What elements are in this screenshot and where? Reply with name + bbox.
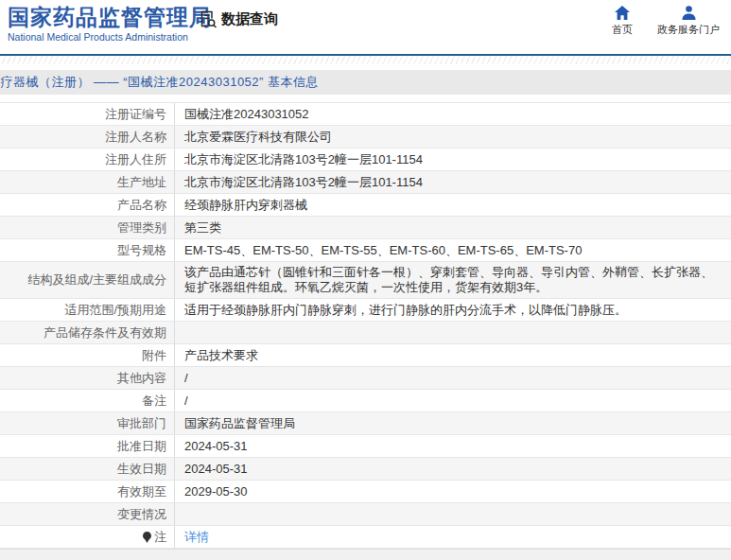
row-label-text: 适用范围/预期用途	[64, 303, 166, 318]
row-value-text: /	[184, 371, 188, 386]
row-value: 北京爱霖医疗科技有限公司	[175, 126, 731, 148]
row-label: 注册人住所	[0, 149, 175, 170]
site-subtitle: National Medical Products Administration	[8, 31, 212, 43]
row-value-text: 2029-05-30	[184, 484, 248, 499]
table-row: 其他内容/	[0, 367, 731, 390]
row-label-text: 型号规格	[117, 243, 166, 258]
row-value: 2024-05-31	[175, 435, 731, 457]
row-label: 结构及组成/主要组成成分	[0, 262, 175, 298]
row-value-text: 2024-05-31	[184, 439, 248, 454]
row-value: 产品技术要求	[175, 344, 731, 366]
table-row: 注详情	[0, 526, 731, 549]
row-value: EM-TS-45、EM-TS-50、EM-TS-55、EM-TS-60、EM-T…	[175, 239, 731, 261]
table-row: 批准日期2024-05-31	[0, 435, 731, 458]
row-label-text: 注	[154, 530, 166, 545]
row-label: 备注	[0, 390, 175, 411]
note-pin-icon	[143, 532, 151, 543]
row-value-text: 国家药品监督管理局	[184, 416, 295, 431]
row-value-text: EM-TS-45、EM-TS-50、EM-TS-55、EM-TS-60、EM-T…	[184, 243, 582, 258]
breadcrumb: 医疗器械（注册） —— “国械注准20243031052” 基本信息	[0, 70, 731, 95]
row-value: 该产品由通芯针（圆锥针和三面针各一根）、穿刺套管、导向器、导引内管、外鞘管、长扩…	[175, 262, 731, 298]
nav-home-label: 首页	[612, 23, 633, 37]
row-label: 审批部门	[0, 412, 175, 434]
table-row: 产品储存条件及有效期	[0, 322, 731, 344]
breadcrumb-text: 医疗器械（注册） —— “国械注准20243031052” 基本信息	[0, 74, 319, 91]
row-label-text: 审批部门	[117, 416, 166, 431]
row-value: 国械注准20243031052	[175, 103, 731, 125]
table-row: 备注/	[0, 390, 731, 412]
row-label-text: 附件	[142, 348, 166, 363]
row-label-text: 批准日期	[117, 439, 166, 454]
hatch-band	[0, 56, 731, 64]
user-icon	[682, 6, 696, 20]
nav-data-query-label: 数据查询	[221, 10, 278, 28]
row-label-text: 生效日期	[117, 462, 166, 477]
row-label-text: 产品名称	[117, 198, 166, 213]
nav-data-query[interactable]: 数据查询	[199, 9, 278, 28]
home-icon	[615, 6, 630, 20]
site-title: 国家药品监督管理局	[8, 5, 212, 30]
row-label: 注册人名称	[0, 126, 175, 148]
row-value: 2029-05-30	[175, 481, 731, 502]
site-header: 国家药品监督管理局 National Medical Products Admi…	[0, 0, 731, 54]
row-value: /	[175, 390, 731, 411]
row-value-text: 国械注准20243031052	[184, 107, 309, 122]
row-value-text: 该产品由通芯针（圆锥针和三面针各一根）、穿刺套管、导向器、导引内管、外鞘管、长扩…	[184, 265, 723, 295]
table-row: 变更情况	[0, 503, 731, 526]
row-value-text: 第三类	[184, 220, 221, 236]
row-label: 注	[0, 526, 175, 548]
row-value: 适用于经颈静脉肝内门静脉穿刺，进行门静脉的肝内分流手术，以降低门静脉压。	[175, 299, 731, 321]
site-logo: 国家药品监督管理局 National Medical Products Admi…	[8, 5, 212, 43]
row-label-text: 生产地址	[117, 175, 166, 190]
row-value-text: 产品技术要求	[184, 348, 258, 363]
nav-portal[interactable]: 政务服务门户	[657, 6, 720, 37]
row-value-text: 北京市海淀区北清路103号2幢一层101-1154	[184, 175, 423, 190]
row-label-text: 其他内容	[117, 371, 166, 386]
row-label-text: 产品储存条件及有效期	[44, 325, 166, 341]
table-row: 审批部门国家药品监督管理局	[0, 412, 731, 435]
table-row: 生效日期2024-05-31	[0, 458, 731, 481]
row-value	[175, 503, 731, 525]
row-value: 国家药品监督管理局	[175, 412, 731, 434]
table-row: 附件产品技术要求	[0, 344, 731, 367]
row-label-text: 管理类别	[117, 220, 166, 236]
row-label-text: 注册人名称	[105, 130, 166, 145]
row-value: 经颈静脉肝内穿刺器械	[175, 194, 731, 216]
table-row: 注册人名称北京爱霖医疗科技有限公司	[0, 126, 731, 149]
footer-strip	[0, 549, 731, 560]
row-value-text: 2024-05-31	[184, 462, 248, 477]
row-label: 批准日期	[0, 435, 175, 457]
row-label: 附件	[0, 344, 175, 366]
detail-table: 注册证编号国械注准20243031052注册人名称北京爱霖医疗科技有限公司注册人…	[0, 102, 731, 549]
row-label-text: 有效期至	[117, 484, 166, 499]
table-row: 产品名称经颈静脉肝内穿刺器械	[0, 194, 731, 217]
row-label: 产品储存条件及有效期	[0, 322, 175, 343]
table-row: 注册证编号国械注准20243031052	[0, 103, 731, 126]
row-value: 北京市海淀区北清路103号2幢一层101-1154	[175, 171, 731, 193]
row-label: 变更情况	[0, 503, 175, 525]
row-label-text: 注册人住所	[105, 152, 166, 167]
row-label: 管理类别	[0, 217, 175, 238]
row-label: 生效日期	[0, 458, 175, 480]
nav-home[interactable]: 首页	[612, 6, 633, 37]
row-label-text: 备注	[142, 394, 166, 409]
row-label: 产品名称	[0, 194, 175, 216]
row-label: 其他内容	[0, 367, 175, 389]
table-row: 适用范围/预期用途适用于经颈静脉肝内门静脉穿刺，进行门静脉的肝内分流手术，以降低…	[0, 299, 731, 322]
row-value: 第三类	[175, 217, 731, 238]
row-value: 2024-05-31	[175, 458, 731, 480]
row-label: 型号规格	[0, 239, 175, 261]
row-value-text: /	[184, 394, 188, 409]
row-value-text: 北京市海淀区北清路103号2幢一层101-1154	[184, 152, 423, 167]
row-value: 北京市海淀区北清路103号2幢一层101-1154	[175, 149, 731, 170]
table-row: 结构及组成/主要组成成分该产品由通芯针（圆锥针和三面针各一根）、穿刺套管、导向器…	[0, 262, 731, 299]
row-label-text: 结构及组成/主要组成成分	[27, 272, 166, 288]
row-label: 注册证编号	[0, 103, 175, 125]
detail-link[interactable]: 详情	[184, 530, 209, 545]
table-row: 生产地址北京市海淀区北清路103号2幢一层101-1154	[0, 171, 731, 194]
table-row: 有效期至2029-05-30	[0, 481, 731, 503]
row-value-text: 北京爱霖医疗科技有限公司	[184, 130, 332, 145]
row-label: 有效期至	[0, 481, 175, 502]
row-value	[175, 322, 731, 343]
top-nav: 首页 政务服务门户	[612, 6, 720, 37]
